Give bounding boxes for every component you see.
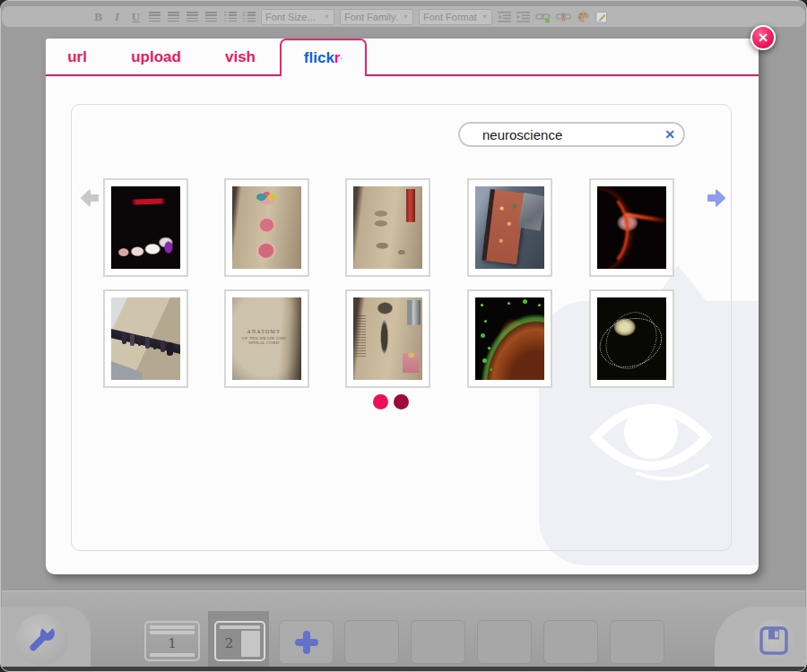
- slide-line: [220, 625, 260, 629]
- flickr-logo-blue: flick: [304, 49, 334, 67]
- slide-thumbnail-2[interactable]: 2: [214, 621, 265, 661]
- window-bottom-edge: [1, 667, 806, 671]
- thumbnail-photo-spinal-cord-plate: [353, 297, 422, 380]
- thumbnail-photo-mice: [111, 186, 180, 269]
- editor-format-toolbar: B I U Font Size... ▼ Font Family. ▼ Font…: [2, 6, 805, 27]
- flickr-result-thumbnail[interactable]: [103, 289, 188, 388]
- next-results-button[interactable]: [706, 188, 727, 211]
- font-format-label: Font Format: [423, 12, 477, 22]
- font-family-dropdown[interactable]: Font Family. ▼: [340, 9, 413, 25]
- align-right-icon: [187, 12, 198, 22]
- thumbnail-photo-micrograph: [475, 297, 544, 380]
- flickr-result-thumbnail[interactable]: [589, 178, 674, 277]
- slide-toolbar: [2, 590, 805, 672]
- align-left-icon: [149, 12, 161, 22]
- font-size-label: Font Size...: [265, 12, 316, 22]
- remove-link-button[interactable]: [556, 11, 571, 23]
- wrench-icon: [26, 624, 58, 656]
- align-right-button[interactable]: [186, 9, 199, 24]
- chevron-down-icon: ▼: [482, 13, 488, 20]
- flickr-result-thumbnail[interactable]: [589, 289, 674, 388]
- flickr-result-thumbnail[interactable]: [103, 178, 188, 277]
- italic-button[interactable]: I: [110, 9, 124, 24]
- chevron-down-icon: ▼: [324, 13, 330, 20]
- tab-underline: [46, 74, 759, 76]
- save-button[interactable]: [752, 619, 795, 662]
- plus-icon: [295, 631, 318, 654]
- font-format-dropdown[interactable]: Font Format ▼: [419, 9, 492, 25]
- slide-number: 2: [220, 637, 239, 650]
- palette-button[interactable]: [577, 11, 590, 23]
- thumbnail-photo-title-page: ANATOMY OF THE BRAIN AND SPINAL CORD: [232, 297, 301, 380]
- slide-line: [150, 631, 195, 634]
- search-input[interactable]: [481, 126, 664, 143]
- edit-html-button[interactable]: [595, 11, 608, 23]
- tab-upload[interactable]: upload: [131, 48, 181, 66]
- thumbnail-photo-nerve-diagrams: [353, 186, 422, 269]
- close-dialog-button[interactable]: ✕: [751, 25, 776, 50]
- toolbar-empty-button-3[interactable]: [477, 620, 532, 664]
- pagination-dot-inactive[interactable]: [394, 394, 409, 409]
- toolbar-empty-button-2[interactable]: [411, 620, 465, 664]
- toolbar-empty-button-4[interactable]: [543, 620, 598, 664]
- flickr-result-thumbnail[interactable]: ANATOMY OF THE BRAIN AND SPINAL CORD: [224, 289, 309, 388]
- ordered-list-button[interactable]: [223, 9, 237, 24]
- outdent-icon: [498, 12, 511, 22]
- bold-button[interactable]: B: [91, 9, 105, 24]
- thumbnail-photo-marbled-book: [475, 186, 544, 269]
- slide-thumbnail-1[interactable]: 1: [144, 621, 200, 661]
- slide-number: 1: [150, 637, 195, 650]
- unordered-list-button[interactable]: [242, 9, 256, 24]
- tab-url[interactable]: url: [67, 48, 87, 66]
- flickr-logo-dot: ·: [340, 55, 343, 63]
- palette-icon: [577, 11, 590, 23]
- thumbnail-photo-brain-orbits: [597, 297, 666, 380]
- save-floppy-icon: [759, 625, 789, 656]
- justify-icon: [205, 12, 217, 22]
- font-size-dropdown[interactable]: Font Size... ▼: [261, 9, 334, 25]
- tab-flickr[interactable]: flickr·: [280, 39, 367, 76]
- flickr-result-thumbnail[interactable]: [467, 289, 552, 388]
- flickr-logo-pink: r: [334, 49, 341, 67]
- flickr-search-box: ✕: [458, 122, 685, 147]
- insert-link-icon: [535, 11, 551, 23]
- align-center-icon: [168, 12, 179, 22]
- flickr-result-thumbnail[interactable]: [467, 178, 552, 277]
- toolbar-empty-button-5[interactable]: [610, 620, 664, 664]
- slide-content-block: [241, 631, 260, 657]
- align-center-button[interactable]: [167, 9, 180, 24]
- slide-line: [150, 653, 195, 657]
- arrow-right-icon: [706, 188, 727, 208]
- slide-line: [150, 625, 195, 629]
- flickr-result-thumbnail[interactable]: [224, 178, 309, 277]
- arrow-left-icon: [79, 188, 100, 208]
- indent-icon: [516, 12, 530, 22]
- outdent-button[interactable]: [498, 12, 511, 22]
- underline-button[interactable]: U: [129, 9, 143, 24]
- book-title-text: ANATOMY OF THE BRAIN AND SPINAL CORD: [238, 329, 291, 345]
- insert-link-button[interactable]: [535, 11, 551, 23]
- thumbnail-photo-street-queue: [111, 297, 180, 380]
- insert-image-dialog: url upload vish flickr· ✕ ANATOMY: [46, 39, 759, 574]
- flickr-result-thumbnail[interactable]: [345, 178, 430, 277]
- previous-results-button[interactable]: [79, 188, 100, 211]
- flickr-result-thumbnail[interactable]: [345, 289, 430, 388]
- thumbnail-photo-brain-plate: [232, 186, 301, 269]
- chevron-down-icon: ▼: [403, 13, 409, 20]
- toolbar-empty-button-1[interactable]: [344, 620, 399, 664]
- thumbnail-photo-brain-red-light: [597, 186, 666, 269]
- clear-search-icon[interactable]: ✕: [664, 127, 675, 142]
- tab-vish[interactable]: vish: [225, 48, 256, 66]
- justify-button[interactable]: [204, 9, 218, 24]
- add-slide-button[interactable]: [279, 620, 334, 664]
- close-icon: ✕: [758, 30, 768, 45]
- unordered-list-icon: [243, 12, 256, 22]
- settings-button[interactable]: [16, 614, 68, 666]
- ordered-list-icon: [224, 12, 237, 22]
- edit-html-icon: [595, 11, 608, 23]
- indent-button[interactable]: [516, 12, 530, 22]
- align-left-button[interactable]: [148, 9, 161, 24]
- app-window: B I U Font Size... ▼ Font Family. ▼ Font…: [0, 0, 807, 672]
- font-family-label: Font Family.: [344, 12, 398, 22]
- pagination-dot-active[interactable]: [373, 394, 388, 409]
